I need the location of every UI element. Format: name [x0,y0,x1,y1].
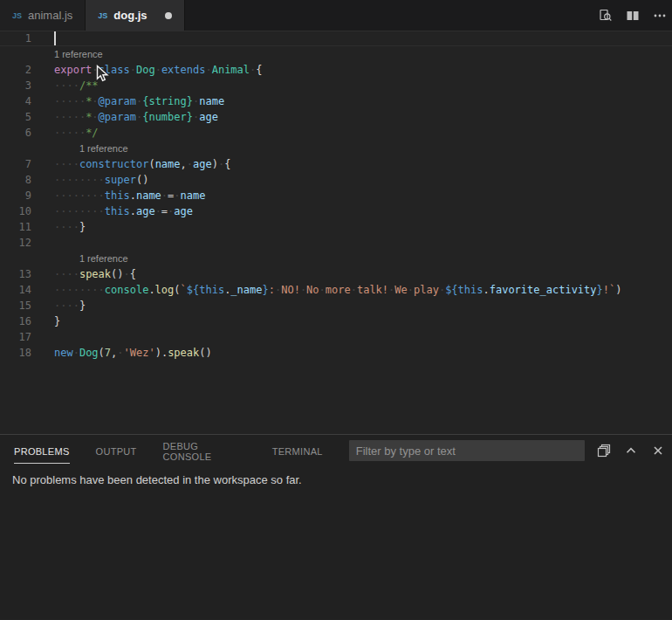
code-line-16[interactable]: 16} [0,313,672,329]
code-line-2[interactable]: 2export·class·Dog·extends·Animal·{ [0,62,672,78]
line-number[interactable]: 10 [0,203,31,219]
no-problems-message: No problems have been detected in the wo… [12,473,672,486]
editor-tab-bar: JS animal.js JS dog.js [0,0,672,31]
line-number[interactable]: 16 [0,313,31,329]
line-number[interactable]: 18 [0,345,31,361]
text-cursor [54,31,56,45]
line-number[interactable]: 8 [0,172,31,188]
tab-animal-js[interactable]: JS animal.js [0,0,86,31]
codelens-reference-link[interactable]: 1 reference [79,251,128,266]
code-line-13[interactable]: 13····speak()·{ [0,266,672,282]
panel-tab-terminal[interactable]: TERMINAL [272,438,323,464]
code-line-17[interactable]: 17 [0,329,672,345]
unsaved-changes-dot[interactable] [165,12,172,19]
codelens-row: 1 reference [0,141,672,156]
line-number[interactable]: 7 [0,156,31,172]
codelens-reference-link[interactable]: 1 reference [54,46,103,62]
codelens-row: 1 reference [0,251,672,266]
panel-tab-problems[interactable]: PROBLEMS [14,438,70,464]
line-number[interactable]: 13 [0,266,31,282]
javascript-file-icon: JS [12,11,22,20]
tab-label: animal.js [28,9,72,22]
code-line-9[interactable]: 9········this.name·=·name [0,188,672,203]
code-lines: 11 reference2export·class·Dog·extends·An… [0,31,672,361]
line-number[interactable]: 14 [0,282,31,298]
line-number[interactable]: 17 [0,329,31,345]
line-number[interactable]: 4 [0,93,31,109]
code-line-7[interactable]: 7····constructor(name,·age)·{ [0,156,672,172]
code-line-12[interactable]: 12 [0,235,672,251]
code-line-8[interactable]: 8········super() [0,172,672,188]
line-number[interactable]: 6 [0,125,31,141]
code-line-3[interactable]: 3····/** [0,78,672,93]
line-number[interactable]: 5 [0,109,31,125]
code-line-5[interactable]: 5·····*·@param·{number}·age [0,109,672,125]
code-line-14[interactable]: 14········console.log(`${this._name}:·NO… [0,282,672,298]
panel-header: PROBLEMS OUTPUT DEBUG CONSOLE TERMINAL [0,435,672,466]
bottom-panel: PROBLEMS OUTPUT DEBUG CONSOLE TERMINAL [0,434,672,619]
code-line-4[interactable]: 4·····*·@param·{string}·name [0,93,672,109]
more-actions-icon[interactable] [653,9,667,23]
collapse-all-icon[interactable] [597,444,611,458]
code-line-6[interactable]: 6·····*/ [0,125,672,141]
tab-dog-js[interactable]: JS dog.js [86,0,184,31]
vscode-window: JS animal.js JS dog.js [0,0,672,620]
line-number[interactable]: 2 [0,62,31,78]
maximize-panel-icon[interactable] [624,444,638,458]
code-line-11[interactable]: 11····} [0,219,672,235]
open-preview-icon[interactable] [599,9,613,23]
javascript-file-icon: JS [98,11,107,20]
line-number[interactable]: 15 [0,298,31,313]
line-number[interactable]: 3 [0,78,31,93]
panel-tab-debug-console[interactable]: DEBUG CONSOLE [163,433,246,469]
code-line-15[interactable]: 15····} [0,298,672,313]
panel-actions [597,444,665,458]
editor-actions [599,0,672,31]
code-editor[interactable]: 11 reference2export·class·Dog·extends·An… [0,31,672,434]
tab-label: dog.js [113,9,147,22]
line-number[interactable]: 9 [0,188,31,203]
panel-tab-output[interactable]: OUTPUT [96,438,137,464]
line-number[interactable]: 11 [0,219,31,235]
line-number[interactable]: 1 [0,31,31,46]
code-line-1[interactable]: 1 [0,31,672,46]
problems-filter-input[interactable] [349,440,585,461]
code-line-10[interactable]: 10········this.age·=·age [0,203,672,219]
code-line-18[interactable]: 18new·Dog(7,·'Wez').speak() [0,345,672,361]
line-number[interactable]: 12 [0,235,31,251]
split-editor-icon[interactable] [626,9,640,23]
codelens-reference-link[interactable]: 1 reference [79,141,128,156]
codelens-row: 1 reference [0,46,672,62]
close-panel-icon[interactable] [651,444,665,458]
